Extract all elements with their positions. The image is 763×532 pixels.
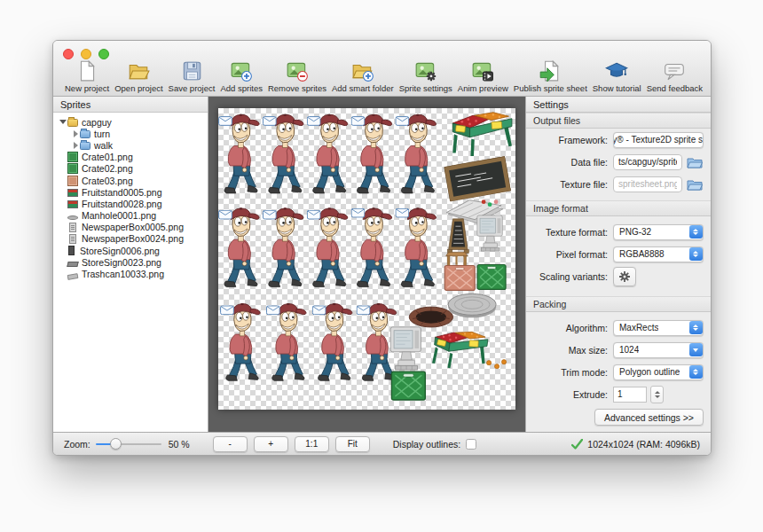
tree-item-crate01[interactable]: Crate01.png bbox=[59, 152, 208, 163]
open-project-button[interactable]: Open project bbox=[114, 59, 162, 93]
zoom-slider[interactable] bbox=[96, 438, 161, 450]
folder-icon bbox=[80, 130, 90, 138]
sprite-sheet-canvas[interactable] bbox=[208, 97, 525, 432]
data-file-browse-button[interactable] bbox=[686, 155, 704, 169]
folder-icon bbox=[80, 142, 90, 150]
extrude-label: Extrude: bbox=[526, 389, 613, 400]
tree-item-newspaperbox0005[interactable]: NewspaperBox0005.png bbox=[59, 222, 208, 233]
tree-item-label: Crate01.png bbox=[82, 152, 133, 162]
zoom-slider-track bbox=[96, 443, 161, 446]
toolbar-label: Save project bbox=[169, 83, 216, 93]
toolbar-label: Open project bbox=[114, 83, 162, 93]
expander-icon[interactable] bbox=[59, 120, 67, 124]
trashcan-icon bbox=[67, 273, 79, 280]
publish-sprite-sheet-button[interactable]: Publish sprite sheet bbox=[514, 59, 587, 93]
speech-bubble-icon bbox=[663, 59, 686, 82]
tree-item-label: StoreSign0006.png bbox=[80, 246, 160, 256]
sheet-size-status: 1024x1024 (RAM: 4096kB) bbox=[587, 439, 700, 450]
anim-preview-button[interactable]: Anim preview bbox=[458, 59, 508, 93]
tree-item-label: turn bbox=[94, 129, 110, 139]
send-feedback-button[interactable]: Send feedback bbox=[647, 59, 703, 93]
anim-preview-icon bbox=[471, 59, 494, 82]
tree-item-capguy[interactable]: capguy bbox=[59, 116, 208, 128]
open-folder-icon bbox=[127, 59, 150, 82]
texture-file-input[interactable] bbox=[613, 176, 682, 192]
tree-item-crate02[interactable]: Crate02.png bbox=[59, 163, 208, 175]
success-check-icon bbox=[571, 439, 583, 450]
close-window-button[interactable] bbox=[63, 49, 74, 59]
advanced-settings-button[interactable]: Advanced settings >> bbox=[594, 409, 704, 426]
tree-item-fruitstand0005[interactable]: Fruitstand0005.png bbox=[59, 186, 208, 198]
extrude-input[interactable] bbox=[613, 387, 647, 403]
texture-file-label: Texture file: bbox=[526, 179, 613, 190]
zoom-fit-button[interactable]: Fit bbox=[335, 436, 370, 452]
framework-dropdown[interactable]: Unity® - Texture2D sprite sheet bbox=[613, 132, 704, 148]
sprite-settings-button[interactable]: Sprite settings bbox=[399, 59, 452, 93]
toolbar-label: Show tutorial bbox=[593, 83, 641, 93]
minimize-window-button[interactable] bbox=[81, 49, 91, 59]
tree-item-storesign0023[interactable]: StoreSign0023.png bbox=[59, 256, 208, 268]
store-sign-icon bbox=[68, 246, 75, 255]
zoom-in-button[interactable]: + bbox=[254, 436, 288, 452]
newspaper-box-icon bbox=[69, 234, 76, 244]
zoom-label: Zoom: bbox=[64, 439, 90, 450]
app-window: New project Open project Save project Ad… bbox=[52, 40, 712, 456]
show-tutorial-button[interactable]: Show tutorial bbox=[593, 59, 641, 93]
add-smart-folder-button[interactable]: Add smart folder bbox=[332, 59, 394, 93]
zoom-window-button[interactable] bbox=[98, 49, 109, 59]
smart-folder-icon bbox=[351, 59, 374, 82]
scaling-variants-label: Scaling variants: bbox=[526, 271, 613, 282]
trim-mode-label: Trim mode: bbox=[526, 367, 613, 378]
crate-icon bbox=[67, 152, 78, 162]
toolbar-label: New project bbox=[65, 83, 109, 93]
tree-item-label: Crate03.png bbox=[82, 176, 133, 186]
texture-file-browse-button[interactable] bbox=[686, 177, 704, 192]
window-header: New project Open project Save project Ad… bbox=[53, 41, 711, 97]
toolbar-label: Publish sprite sheet bbox=[514, 83, 587, 93]
toolbar-label: Add smart folder bbox=[332, 83, 394, 93]
trim-mode-dropdown[interactable]: Polygon outline bbox=[613, 364, 704, 380]
add-sprites-button[interactable]: Add sprites bbox=[220, 59, 263, 93]
tree-item-label: walk bbox=[94, 140, 113, 151]
tree-item-newspaperbox0024[interactable]: NewspaperBox0024.png bbox=[59, 233, 208, 245]
data-file-input[interactable] bbox=[613, 154, 682, 170]
toolbar-label: Sprite settings bbox=[399, 83, 452, 93]
extrude-stepper[interactable] bbox=[650, 386, 664, 403]
texture-format-dropdown[interactable]: PNG-32 bbox=[613, 224, 704, 240]
toolbar-label: Anim preview bbox=[458, 83, 508, 93]
zoom-slider-thumb[interactable] bbox=[110, 438, 122, 450]
tree-item-label: StoreSign0023.png bbox=[82, 257, 161, 268]
tree-item-turn[interactable]: turn bbox=[59, 128, 208, 139]
display-outlines-checkbox[interactable] bbox=[466, 439, 476, 450]
new-project-button[interactable]: New project bbox=[65, 59, 109, 93]
toolbar: New project Open project Save project Ad… bbox=[53, 56, 711, 96]
algorithm-dropdown[interactable]: MaxRects bbox=[613, 320, 704, 336]
tree-item-storesign0006[interactable]: StoreSign0006.png bbox=[59, 245, 208, 256]
tree-item-walk[interactable]: walk bbox=[59, 139, 208, 151]
max-size-combobox[interactable]: 1024 bbox=[613, 342, 704, 358]
settings-panel-header: Settings bbox=[526, 97, 711, 113]
status-bar: Zoom: 50 % - + 1:1 Fit Display outlines:… bbox=[53, 432, 711, 455]
zoom-one-to-one-button[interactable]: 1:1 bbox=[295, 436, 329, 452]
tree-item-label: Crate02.png bbox=[82, 163, 133, 174]
tree-item-trashcan10033[interactable]: Trashcan10033.png bbox=[59, 268, 208, 279]
tree-item-label: NewspaperBox0005.png bbox=[82, 222, 184, 232]
fruitstand-icon bbox=[67, 189, 78, 197]
tree-item-crate03[interactable]: Crate03.png bbox=[59, 175, 208, 186]
expander-icon[interactable] bbox=[71, 130, 80, 137]
pixel-format-dropdown[interactable]: RGBA8888 bbox=[613, 246, 704, 262]
folder-icon bbox=[67, 119, 78, 127]
sprite-settings-icon bbox=[414, 59, 437, 82]
sprite-sheet-preview[interactable] bbox=[218, 108, 515, 410]
remove-sprites-button[interactable]: Remove sprites bbox=[268, 59, 326, 93]
zoom-out-button[interactable]: - bbox=[213, 436, 248, 452]
titlebar[interactable] bbox=[53, 41, 711, 56]
folder-icon bbox=[687, 156, 703, 168]
tree-item-fruitstand0028[interactable]: Fruitstand0028.png bbox=[59, 198, 208, 209]
expander-icon[interactable] bbox=[71, 142, 80, 149]
save-project-button[interactable]: Save project bbox=[169, 59, 216, 93]
toolbar-label: Remove sprites bbox=[268, 83, 326, 93]
scaling-variants-button[interactable] bbox=[613, 267, 636, 286]
dropdown-stepper-icon bbox=[689, 247, 703, 261]
tree-item-manhole0001[interactable]: Manhole0001.png bbox=[59, 210, 208, 222]
